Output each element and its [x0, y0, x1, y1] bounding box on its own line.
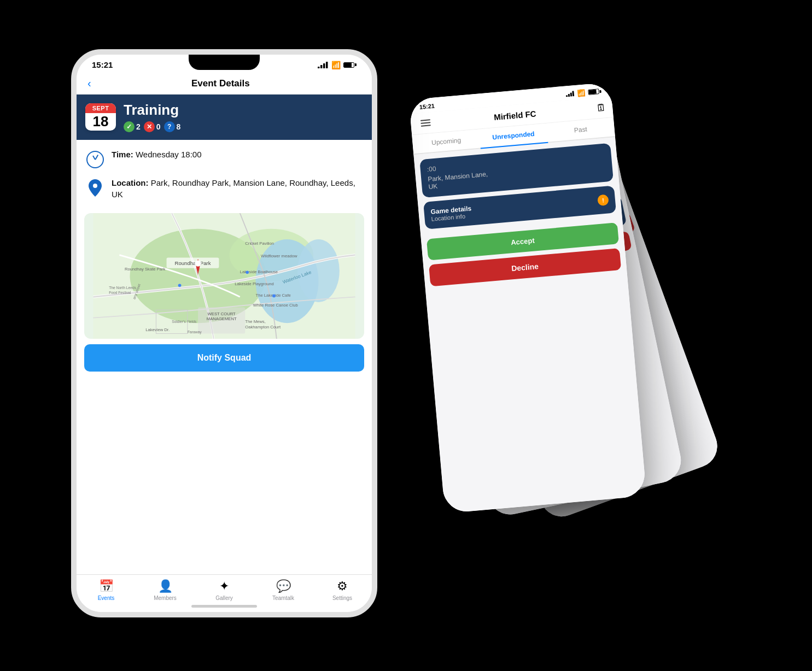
orange-badge-back1: ! — [597, 194, 609, 206]
pin-icon-container — [85, 178, 105, 198]
status-icons-back1: 📶 — [565, 87, 601, 98]
status-time-back1: 15:21 — [419, 103, 435, 110]
main-status-time: 15:21 — [92, 60, 113, 69]
time-value: Wednesday 18:00 — [136, 150, 202, 159]
event-info: Training ✓ 2 ✕ 0 ? 8 — [124, 102, 363, 132]
nav-title: Event Details — [97, 78, 344, 89]
svg-text:The North Leeds: The North Leeds — [109, 286, 136, 290]
main-screen: 15:21 📶 ‹ E — [77, 55, 372, 612]
svg-text:Faraway: Faraway — [188, 330, 202, 334]
wifi-icon-back1: 📶 — [577, 89, 586, 97]
events-icon: 📅 — [99, 579, 114, 593]
teamtalk-icon: 💬 — [276, 579, 291, 593]
decline-count: 0 — [156, 122, 161, 131]
signal-icon-main — [318, 62, 329, 68]
location-label: Location: — [112, 178, 149, 187]
battery-icon-back1 — [588, 89, 601, 95]
signal-icon-back1 — [565, 91, 575, 97]
svg-text:Roundhay Park: Roundhay Park — [174, 260, 211, 266]
svg-text:WEST COURT: WEST COURT — [208, 311, 236, 316]
svg-text:Oakhampton Court: Oakhampton Court — [245, 324, 281, 329]
svg-point-45 — [246, 270, 249, 274]
svg-text:Lakeview Dr.: Lakeview Dr. — [145, 327, 170, 332]
svg-rect-9 — [568, 94, 570, 97]
event-details: Time: Wednesday 18:00 Location: Par — [77, 140, 372, 213]
svg-point-47 — [178, 284, 182, 287]
svg-rect-10 — [570, 93, 573, 97]
tab-events[interactable]: 📅 Events — [77, 579, 136, 601]
phone-notch — [189, 55, 260, 70]
settings-label: Settings — [332, 595, 352, 601]
members-icon: 👤 — [158, 579, 173, 593]
date-day: 18 — [85, 113, 116, 131]
map-container[interactable]: Roundhay Park Waterloo Lake Roundhay Ska… — [84, 213, 364, 339]
wifi-icon-main: 📶 — [331, 61, 341, 69]
event-stats: ✓ 2 ✕ 0 ? 8 — [124, 121, 363, 132]
gallery-label: Gallery — [215, 595, 233, 601]
main-status-icons: 📶 — [318, 61, 357, 69]
clock-icon-container — [85, 150, 105, 169]
back-button[interactable]: ‹ — [87, 77, 91, 90]
club-name-back1: Mirfield FC — [493, 109, 536, 122]
svg-rect-13 — [320, 65, 323, 68]
svg-rect-14 — [323, 63, 325, 68]
events-label: Events — [98, 595, 115, 601]
time-detail-row: Time: Wednesday 18:00 — [85, 149, 363, 169]
hamburger-menu-back1[interactable] — [417, 116, 434, 131]
svg-text:Soldier's Fields: Soldier's Fields — [172, 320, 197, 323]
event-header: Sept 18 Training ✓ 2 ✕ 0 — [77, 95, 372, 140]
calendar-icon-back1: 🗓 — [595, 102, 606, 114]
svg-text:MANAGEMENT: MANAGEMENT — [207, 316, 237, 321]
svg-text:Cricket Pavilion: Cricket Pavilion — [245, 240, 274, 245]
teamtalk-label: Teamtalk — [272, 595, 294, 601]
svg-point-44 — [195, 260, 201, 267]
svg-text:Lakeside Boathouse: Lakeside Boathouse — [240, 269, 278, 274]
notify-squad-button[interactable]: Notify Squad — [84, 344, 364, 372]
tab-members[interactable]: 👤 Members — [136, 579, 195, 601]
main-phone: 15:21 📶 ‹ E — [71, 49, 377, 617]
svg-text:Wildflower meadow: Wildflower meadow — [261, 254, 297, 258]
accept-icon: ✓ — [124, 121, 135, 132]
event-title: Training — [124, 102, 363, 118]
stat-accept: ✓ 2 — [124, 121, 141, 132]
map-svg: Roundhay Park Waterloo Lake Roundhay Ska… — [84, 213, 364, 339]
svg-rect-12 — [318, 67, 320, 68]
decline-icon: ✕ — [144, 121, 155, 132]
scene: 5:21 📶 — [0, 0, 812, 671]
location-text: Location: Park, Roundhay Park, Mansion L… — [112, 177, 363, 200]
svg-point-16 — [93, 184, 97, 188]
accept-count: 2 — [136, 122, 141, 131]
back-phone-1: 15:21 📶 — [409, 82, 647, 513]
unknown-icon: ? — [164, 121, 175, 132]
members-label: Members — [154, 595, 177, 601]
time-text: Time: Wednesday 18:00 — [112, 149, 202, 160]
svg-text:The Mews,: The Mews, — [245, 319, 265, 324]
unknown-count: 8 — [177, 122, 181, 131]
time-label: Time: — [112, 150, 133, 159]
settings-icon: ⚙ — [337, 579, 348, 593]
stat-decline: ✕ 0 — [144, 121, 161, 132]
gallery-icon: ✦ — [219, 579, 229, 593]
date-month: Sept — [85, 103, 116, 113]
battery-icon-main — [343, 62, 357, 68]
home-indicator — [191, 605, 257, 608]
svg-rect-11 — [572, 91, 574, 96]
clock-icon — [86, 151, 104, 168]
svg-rect-15 — [326, 62, 328, 68]
svg-rect-8 — [566, 95, 568, 97]
tab-teamtalk[interactable]: 💬 Teamtalk — [254, 579, 313, 601]
tab-gallery[interactable]: ✦ Gallery — [195, 579, 254, 601]
stat-unknown: ? 8 — [164, 121, 181, 132]
date-badge: Sept 18 — [85, 103, 116, 131]
clock-minute-hand — [95, 155, 98, 160]
svg-text:Food Festival: Food Festival — [109, 290, 131, 294]
tab-settings[interactable]: ⚙ Settings — [313, 579, 372, 601]
svg-text:Roundhay Skate Park: Roundhay Skate Park — [125, 267, 166, 272]
location-pin-icon — [89, 179, 102, 197]
location-detail-row: Location: Park, Roundhay Park, Mansion L… — [85, 177, 363, 200]
svg-text:White Rose Canoe Club: White Rose Canoe Club — [253, 302, 298, 307]
main-nav-bar: ‹ Event Details — [77, 73, 372, 95]
svg-text:Lakeside Playground: Lakeside Playground — [235, 281, 274, 286]
svg-point-21 — [297, 239, 340, 302]
svg-point-46 — [272, 294, 276, 297]
